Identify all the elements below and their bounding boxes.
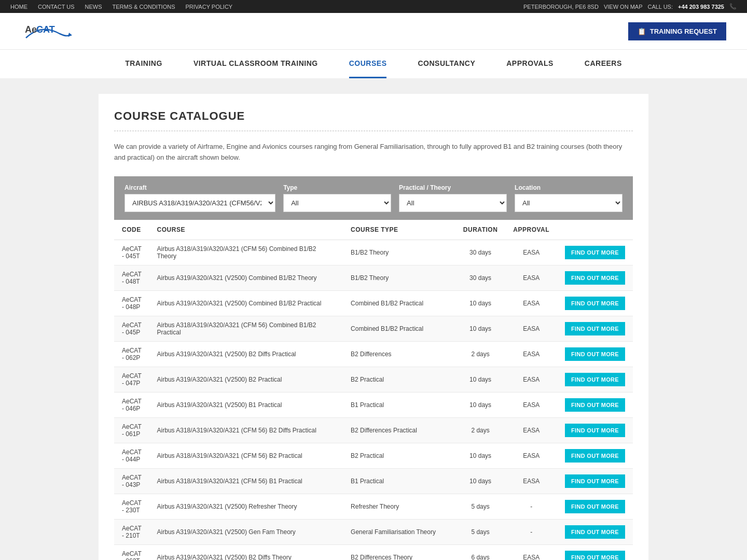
find-out-more-button[interactable]: FIND OUT MORE <box>565 246 625 259</box>
find-out-more-button[interactable]: FIND OUT MORE <box>565 424 625 437</box>
nav-approvals[interactable]: APPROVALS <box>506 50 554 78</box>
cell-approval: EASA <box>505 316 557 341</box>
cell-type: B2 Differences Practical <box>343 417 455 443</box>
cell-course: Airbus A319/A320/A321 (V2500) Combined B… <box>149 265 343 290</box>
course-table: CODE COURSE COURSE TYPE DURATION APPROVA… <box>114 220 633 560</box>
cell-type: B1 Practical <box>343 392 455 417</box>
nav-virtual[interactable]: VIRTUAL CLASSROOM TRAINING <box>193 50 318 78</box>
nav-home[interactable]: HOME <box>10 4 27 10</box>
cell-action: FIND OUT MORE <box>557 341 633 367</box>
svg-text:Ae: Ae <box>25 24 37 35</box>
nav-careers[interactable]: CAREERS <box>585 50 622 78</box>
nav-contact[interactable]: CONTACT US <box>38 4 75 10</box>
cell-course: Airbus A319/A320/A321 (V2500) B2 Diffs T… <box>149 544 343 560</box>
aircraft-select[interactable]: AIRBUS A318/A319/A320/A321 (CFM56/V2500) <box>125 194 275 212</box>
find-out-more-button[interactable]: FIND OUT MORE <box>565 271 625 285</box>
top-bar-right: PETERBOROUGH, PE6 8SD VIEW ON MAP CALL U… <box>523 3 737 10</box>
cell-action: FIND OUT MORE <box>557 367 633 392</box>
training-request-button[interactable]: 📋 TRAINING REQUEST <box>628 22 726 40</box>
aircraft-label: Aircraft <box>125 184 275 191</box>
calendar-icon: 📋 <box>638 27 646 35</box>
cell-code: AeCAT - 061P <box>114 417 149 443</box>
cell-action: FIND OUT MORE <box>557 316 633 341</box>
cell-type: Combined B1/B2 Practical <box>343 290 455 316</box>
th-type: COURSE TYPE <box>343 220 455 240</box>
cell-action: FIND OUT MORE <box>557 290 633 316</box>
cell-course: Airbus A319/A320/A321 (V2500) B2 Practic… <box>149 367 343 392</box>
cell-code: AeCAT - 045T <box>114 240 149 265</box>
find-out-more-button[interactable]: FIND OUT MORE <box>565 347 625 361</box>
practical-filter-group: Practical / Theory All <box>399 184 507 212</box>
cell-duration: 5 days <box>455 519 505 544</box>
find-out-more-button[interactable]: FIND OUT MORE <box>565 551 625 560</box>
cell-approval: EASA <box>505 367 557 392</box>
cell-duration: 10 days <box>455 367 505 392</box>
cell-action: FIND OUT MORE <box>557 443 633 468</box>
th-code: CODE <box>114 220 149 240</box>
cell-type: B1/B2 Theory <box>343 240 455 265</box>
cell-course: Airbus A318/A319/A320/A321 (CFM 56) B2 D… <box>149 417 343 443</box>
nav-terms[interactable]: TERMS & CONDITIONS <box>113 4 175 10</box>
cell-code: AeCAT - 230T <box>114 494 149 519</box>
location-select[interactable]: All <box>515 194 622 212</box>
find-out-more-button[interactable]: FIND OUT MORE <box>565 474 625 488</box>
view-on-map-link[interactable]: VIEW ON MAP <box>604 4 643 10</box>
find-out-more-button[interactable]: FIND OUT MORE <box>565 373 625 386</box>
cell-type: Combined B1/B2 Practical <box>343 316 455 341</box>
cell-code: AeCAT - 043P <box>114 468 149 494</box>
type-select[interactable]: All <box>283 194 391 212</box>
cell-course: Airbus A319/A320/A321 (V2500) Refresher … <box>149 494 343 519</box>
logo-svg: Ae CAT <box>21 18 83 44</box>
practical-label: Practical / Theory <box>399 184 507 191</box>
intro-text: We can provide a variety of Airframe, En… <box>114 142 633 163</box>
find-out-more-button[interactable]: FIND OUT MORE <box>565 525 625 539</box>
table-row: AeCAT - 046P Airbus A319/A320/A321 (V250… <box>114 392 633 417</box>
cell-code: AeCAT - 046P <box>114 392 149 417</box>
table-row: AeCAT - 043P Airbus A318/A319/A320/A321 … <box>114 468 633 494</box>
main-nav: TRAINING VIRTUAL CLASSROOM TRAINING COUR… <box>0 49 747 78</box>
table-row: AeCAT - 061P Airbus A318/A319/A320/A321 … <box>114 417 633 443</box>
cell-code: AeCAT - 062P <box>114 341 149 367</box>
cell-duration: 2 days <box>455 341 505 367</box>
cell-duration: 30 days <box>455 240 505 265</box>
table-header-row: CODE COURSE COURSE TYPE DURATION APPROVA… <box>114 220 633 240</box>
cell-approval: EASA <box>505 265 557 290</box>
find-out-more-button[interactable]: FIND OUT MORE <box>565 500 625 513</box>
cell-code: AeCAT - 210T <box>114 519 149 544</box>
table-row: AeCAT - 047P Airbus A319/A320/A321 (V250… <box>114 367 633 392</box>
logo-container[interactable]: Ae CAT <box>21 18 83 44</box>
location-filter-group: Location All <box>515 184 622 212</box>
cell-type: B2 Practical <box>343 443 455 468</box>
svg-marker-0 <box>68 33 72 37</box>
cell-action: FIND OUT MORE <box>557 494 633 519</box>
nav-consultancy[interactable]: CONSULTANCY <box>418 50 475 78</box>
page-title: COURSE CATALOGUE <box>114 109 633 123</box>
nav-news[interactable]: NEWS <box>85 4 102 10</box>
table-row: AeCAT - 048T Airbus A319/A320/A321 (V250… <box>114 265 633 290</box>
cell-course: Airbus A319/A320/A321 (V2500) B1 Practic… <box>149 392 343 417</box>
type-filter-group: Type All <box>283 184 391 212</box>
cell-code: AeCAT - 048P <box>114 290 149 316</box>
cell-action: FIND OUT MORE <box>557 240 633 265</box>
phone-icon: 📞 <box>729 3 737 10</box>
cell-duration: 10 days <box>455 290 505 316</box>
filters-bar: Aircraft AIRBUS A318/A319/A320/A321 (CFM… <box>114 176 633 220</box>
nav-courses[interactable]: COURSES <box>349 50 387 78</box>
th-approval: APPROVAL <box>505 220 557 240</box>
cell-duration: 10 days <box>455 316 505 341</box>
cell-approval: EASA <box>505 392 557 417</box>
practical-select[interactable]: All <box>399 194 507 212</box>
find-out-more-button[interactable]: FIND OUT MORE <box>565 297 625 310</box>
cell-action: FIND OUT MORE <box>557 468 633 494</box>
find-out-more-button[interactable]: FIND OUT MORE <box>565 449 625 463</box>
aircraft-filter-group: Aircraft AIRBUS A318/A319/A320/A321 (CFM… <box>125 184 275 212</box>
cell-duration: 2 days <box>455 417 505 443</box>
table-row: AeCAT - 062P Airbus A319/A320/A321 (V250… <box>114 341 633 367</box>
nav-training[interactable]: TRAINING <box>125 50 162 78</box>
cell-action: FIND OUT MORE <box>557 519 633 544</box>
nav-privacy[interactable]: PRIVACY POLICY <box>186 4 233 10</box>
find-out-more-button[interactable]: FIND OUT MORE <box>565 398 625 412</box>
find-out-more-button[interactable]: FIND OUT MORE <box>565 322 625 335</box>
cell-approval: EASA <box>505 341 557 367</box>
cell-course: Airbus A319/A320/A321 (V2500) Gen Fam Th… <box>149 519 343 544</box>
